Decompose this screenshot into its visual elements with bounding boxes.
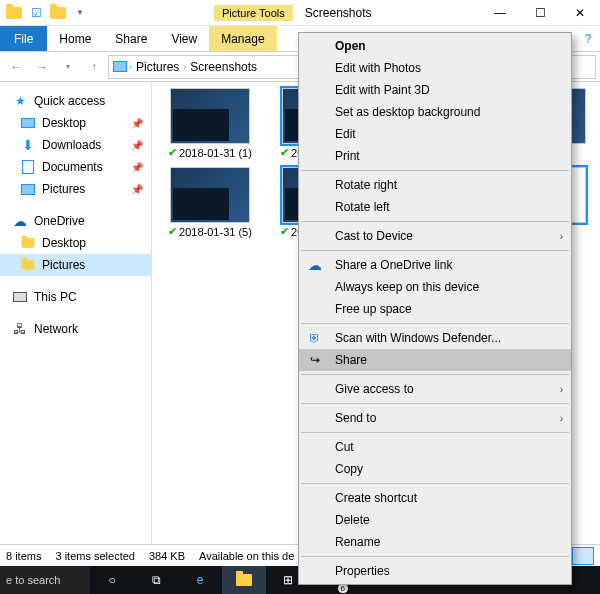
maximize-button[interactable]: ☐ (520, 0, 560, 26)
task-view-icon[interactable]: ⧉ (134, 566, 178, 594)
ctx-delete[interactable]: Delete (299, 509, 571, 531)
ctx-copy[interactable]: Copy (299, 458, 571, 480)
breadcrumb-pictures[interactable]: Pictures (134, 60, 181, 74)
tab-view[interactable]: View (159, 26, 209, 51)
sidebar-item-label: Downloads (42, 138, 101, 152)
chevron-right-icon: › (560, 413, 563, 424)
pc-icon (12, 289, 28, 305)
sidebar-label: Network (34, 322, 78, 336)
ctx-edit-photos[interactable]: Edit with Photos (299, 57, 571, 79)
folder-icon (20, 257, 36, 273)
help-icon[interactable]: ? (576, 26, 600, 51)
status-item-count: 8 items (6, 550, 41, 562)
ctx-always-keep[interactable]: Always keep on this device (299, 276, 571, 298)
sidebar-item-label: Pictures (42, 258, 85, 272)
sidebar-item-pictures[interactable]: Pictures 📌 (0, 178, 151, 200)
sidebar-onedrive[interactable]: ☁ OneDrive (0, 210, 151, 232)
ctx-cut[interactable]: Cut (299, 436, 571, 458)
search-placeholder: e to search (6, 574, 60, 586)
sync-check-icon: ✔ (280, 146, 289, 159)
file-item[interactable]: ✔2018-01-31 (5) (162, 167, 258, 238)
ctx-free-up-space[interactable]: Free up space (299, 298, 571, 320)
ctx-give-access-to[interactable]: Give access to› (299, 378, 571, 400)
download-icon: ⬇ (20, 137, 36, 153)
sidebar-item-label: Documents (42, 160, 103, 174)
tab-home[interactable]: Home (47, 26, 103, 51)
window-title: Screenshots (293, 6, 480, 20)
sidebar-network[interactable]: 🖧 Network (0, 318, 151, 340)
explorer-taskbar-icon[interactable] (222, 566, 266, 594)
ctx-cast-to-device[interactable]: Cast to Device› (299, 225, 571, 247)
file-caption: 2018-01-31 (5) (179, 226, 252, 238)
pin-icon: 📌 (131, 162, 143, 173)
ctx-rename[interactable]: Rename (299, 531, 571, 553)
navigation-pane: ★ Quick access Desktop 📌 ⬇ Downloads 📌 D… (0, 82, 152, 544)
ctx-share[interactable]: ↪Share (299, 349, 571, 371)
ctx-set-background[interactable]: Set as desktop background (299, 101, 571, 123)
ctx-rotate-right[interactable]: Rotate right (299, 174, 571, 196)
qat-newfolder-icon[interactable] (48, 3, 68, 23)
pictures-icon (20, 181, 36, 197)
chevron-right-icon: › (129, 62, 132, 72)
sidebar-item-od-pictures[interactable]: Pictures (0, 254, 151, 276)
ctx-share-onedrive-link[interactable]: ☁Share a OneDrive link (299, 254, 571, 276)
history-dropdown-icon[interactable]: ▾ (56, 55, 80, 79)
ctx-print[interactable]: Print (299, 145, 571, 167)
ctx-edit-paint3d[interactable]: Edit with Paint 3D (299, 79, 571, 101)
sidebar-label: OneDrive (34, 214, 85, 228)
sidebar-this-pc[interactable]: This PC (0, 286, 151, 308)
network-icon: 🖧 (12, 321, 28, 337)
contextual-tools-label: Picture Tools (214, 5, 293, 21)
file-item[interactable]: ✔2018-01-31 (1) (162, 88, 258, 159)
folder-icon (113, 61, 127, 72)
ctx-edit[interactable]: Edit (299, 123, 571, 145)
chevron-right-icon: › (560, 384, 563, 395)
ctx-rotate-left[interactable]: Rotate left (299, 196, 571, 218)
back-button[interactable]: ← (4, 55, 28, 79)
mail-badge: 6 (338, 584, 348, 593)
file-tab[interactable]: File (0, 26, 47, 51)
pin-icon: 📌 (131, 184, 143, 195)
chevron-right-icon: › (183, 62, 186, 72)
status-selected-count: 3 items selected (55, 550, 134, 562)
breadcrumb-screenshots[interactable]: Screenshots (188, 60, 259, 74)
qat-dropdown-icon[interactable]: ▼ (70, 3, 90, 23)
document-icon (20, 159, 36, 175)
sidebar-label: This PC (34, 290, 77, 304)
cortana-icon[interactable]: ○ (90, 566, 134, 594)
sidebar-item-od-desktop[interactable]: Desktop (0, 232, 151, 254)
sidebar-item-documents[interactable]: Documents 📌 (0, 156, 151, 178)
close-button[interactable]: ✕ (560, 0, 600, 26)
taskbar-search-input[interactable]: e to search (0, 566, 90, 594)
edge-icon[interactable]: e (178, 566, 222, 594)
tab-manage[interactable]: Manage (209, 26, 276, 51)
titlebar: ☑ ▼ Picture Tools Screenshots — ☐ ✕ (0, 0, 600, 26)
ctx-open[interactable]: Open (299, 35, 571, 57)
chevron-right-icon: › (560, 231, 563, 242)
star-icon: ★ (12, 93, 28, 109)
cloud-icon: ☁ (307, 257, 323, 273)
context-menu: Open Edit with Photos Edit with Paint 3D… (298, 32, 572, 585)
folder-icon (20, 235, 36, 251)
sidebar-item-downloads[interactable]: ⬇ Downloads 📌 (0, 134, 151, 156)
ctx-scan-defender[interactable]: ⛨Scan with Windows Defender... (299, 327, 571, 349)
sidebar-item-label: Desktop (42, 236, 86, 250)
ctx-properties[interactable]: Properties (299, 560, 571, 582)
up-button[interactable]: ↑ (82, 55, 106, 79)
sync-check-icon: ✔ (168, 146, 177, 159)
share-icon: ↪ (307, 352, 323, 368)
thumbnails-view-button[interactable] (572, 547, 594, 565)
sync-check-icon: ✔ (280, 225, 289, 238)
tab-share[interactable]: Share (103, 26, 159, 51)
desktop-icon (20, 115, 36, 131)
qat-properties-icon[interactable]: ☑ (26, 3, 46, 23)
sidebar-quick-access[interactable]: ★ Quick access (0, 90, 151, 112)
file-caption: 2018-01-31 (1) (179, 147, 252, 159)
cloud-icon: ☁ (12, 213, 28, 229)
ctx-send-to[interactable]: Send to› (299, 407, 571, 429)
forward-button[interactable]: → (30, 55, 54, 79)
minimize-button[interactable]: — (480, 0, 520, 26)
sidebar-item-desktop[interactable]: Desktop 📌 (0, 112, 151, 134)
ctx-create-shortcut[interactable]: Create shortcut (299, 487, 571, 509)
status-size: 384 KB (149, 550, 185, 562)
